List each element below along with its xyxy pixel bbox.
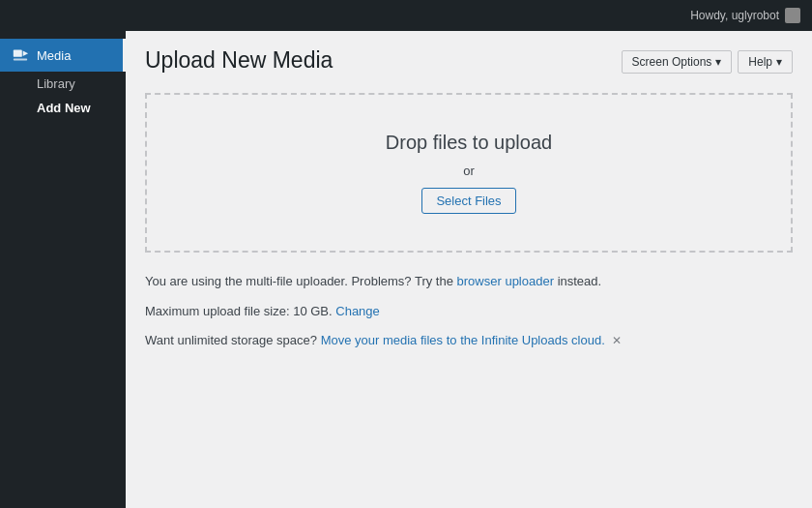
select-files-button[interactable]: Select Files [421, 188, 515, 214]
main-content: Drop files to upload or Select Files You… [126, 83, 812, 384]
help-label: Help [748, 55, 772, 69]
main-layout: Media Library Add New Upload New Media S… [0, 31, 812, 508]
or-text: or [463, 164, 475, 178]
multi-file-text: You are using the multi-file uploader. P… [145, 274, 453, 288]
media-icon [12, 46, 29, 64]
storage-text: Want unlimited storage space? [145, 333, 317, 347]
sidebar-item-media[interactable]: Media [0, 39, 126, 72]
help-button[interactable]: Help ▾ [738, 50, 793, 74]
page-header: Upload New Media Screen Options ▾ Help ▾ [126, 31, 812, 83]
change-link[interactable]: Change [335, 304, 380, 318]
multi-file-suffix: instead. [558, 274, 602, 288]
max-upload-info: Maximum upload file size: 10 GB. Change [145, 302, 793, 322]
svg-marker-1 [23, 51, 28, 56]
sidebar-item-add-new[interactable]: Add New [0, 96, 126, 120]
help-chevron-icon: ▾ [776, 55, 782, 69]
howdy-text: Howdy, uglyrobot [690, 9, 779, 22]
multi-file-info: You are using the multi-file uploader. P… [145, 272, 793, 292]
svg-rect-2 [14, 59, 27, 61]
move-media-link[interactable]: Move your media files to the Infinite Up… [321, 333, 609, 347]
browser-uploader-link[interactable]: browser uploader [457, 274, 558, 288]
storage-info: Want unlimited storage space? Move your … [145, 331, 793, 351]
svg-rect-0 [14, 50, 22, 57]
library-label: Library [37, 76, 75, 91]
header-buttons: Screen Options ▾ Help ▾ [622, 50, 793, 74]
screen-options-chevron-icon: ▾ [715, 55, 721, 69]
admin-bar-user: Howdy, uglyrobot [690, 8, 800, 23]
sidebar-item-library[interactable]: Library [0, 72, 126, 96]
content-area: Upload New Media Screen Options ▾ Help ▾… [126, 31, 812, 508]
upload-drop-zone[interactable]: Drop files to upload or Select Files [145, 93, 793, 253]
user-avatar [785, 8, 800, 23]
media-label: Media [37, 48, 71, 63]
dismiss-button[interactable]: ✕ [612, 334, 622, 347]
info-section: You are using the multi-file uploader. P… [145, 268, 793, 365]
add-new-label: Add New [37, 101, 91, 115]
admin-bar: Howdy, uglyrobot [0, 0, 812, 31]
page-title: Upload New Media [145, 46, 333, 75]
screen-options-label: Screen Options [632, 55, 712, 69]
max-upload-text: Maximum upload file size: 10 GB. [145, 304, 333, 318]
sidebar: Media Library Add New [0, 31, 126, 508]
drop-files-text: Drop files to upload [386, 132, 552, 154]
screen-options-button[interactable]: Screen Options ▾ [622, 50, 733, 74]
